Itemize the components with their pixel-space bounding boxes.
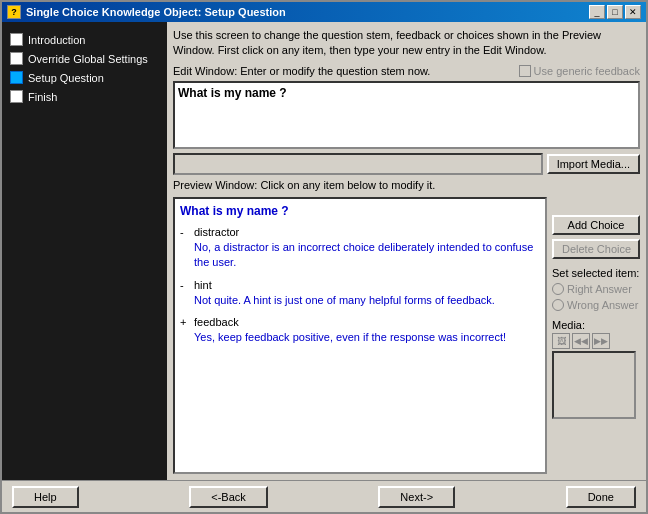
- sidebar-item-setup[interactable]: Setup Question: [7, 68, 162, 87]
- distractor-type[interactable]: distractor: [194, 226, 239, 238]
- media-prev-icon[interactable]: ◀◀: [572, 333, 590, 349]
- hint-sign: -: [180, 279, 190, 291]
- sidebar-item-finish-label: Finish: [28, 91, 57, 103]
- feedback-type[interactable]: feedback: [194, 316, 239, 328]
- title-bar: ? Single Choice Knowledge Object: Setup …: [2, 2, 646, 22]
- preview-list: What is my name ? - distractor No, a dis…: [173, 197, 547, 474]
- item-header-hint: - hint: [180, 279, 540, 291]
- right-answer-option[interactable]: Right Answer: [552, 283, 640, 295]
- edit-window-header: Edit Window: Enter or modify the questio…: [173, 65, 640, 77]
- window-title: Single Choice Knowledge Object: Setup Qu…: [26, 6, 286, 18]
- wrong-answer-radio[interactable]: [552, 299, 564, 311]
- right-answer-label: Right Answer: [567, 283, 632, 295]
- intro-checkbox: [10, 33, 23, 46]
- hint-type[interactable]: hint: [194, 279, 212, 291]
- wrong-answer-label: Wrong Answer: [567, 299, 638, 311]
- media-icons-row: 🖼 ◀◀ ▶▶: [552, 333, 640, 349]
- preview-label: Preview Window: Click on any item below …: [173, 179, 640, 191]
- list-item: - hint Not quite. A hint is just one of …: [180, 279, 540, 308]
- media-next-icon[interactable]: ▶▶: [592, 333, 610, 349]
- feedback-sign: +: [180, 316, 190, 328]
- import-media-button[interactable]: Import Media...: [547, 154, 640, 174]
- right-answer-radio[interactable]: [552, 283, 564, 295]
- window-icon: ?: [7, 5, 21, 19]
- sidebar-item-introduction[interactable]: Introduction: [7, 30, 162, 49]
- close-button[interactable]: ✕: [625, 5, 641, 19]
- media-preview-box: [552, 351, 636, 419]
- import-row: Import Media...: [173, 153, 640, 175]
- use-generic-feedback-label: Use generic feedback: [534, 65, 640, 77]
- use-generic-feedback-checkbox[interactable]: [519, 65, 531, 77]
- preview-row: What is my name ? - distractor No, a dis…: [173, 197, 640, 474]
- delete-choice-button[interactable]: Delete Choice: [552, 239, 640, 259]
- list-item: + feedback Yes, keep feedback positive, …: [180, 316, 540, 345]
- media-section: Media: 🖼 ◀◀ ▶▶: [552, 319, 640, 419]
- add-choice-button[interactable]: Add Choice: [552, 215, 640, 235]
- distractor-detail[interactable]: No, a distractor is an incorrect choice …: [194, 240, 540, 271]
- help-button[interactable]: Help: [12, 486, 79, 508]
- footer: Help <-Back Next-> Done: [2, 480, 646, 512]
- right-panel: Use this screen to change the question s…: [167, 22, 646, 480]
- edit-window-label: Edit Window: Enter or modify the questio…: [173, 65, 430, 77]
- setup-checkbox: [10, 71, 23, 84]
- minimize-button[interactable]: _: [589, 5, 605, 19]
- wrong-answer-option[interactable]: Wrong Answer: [552, 299, 640, 311]
- title-buttons: _ □ ✕: [589, 5, 641, 19]
- use-generic-feedback-container: Use generic feedback: [519, 65, 640, 77]
- hint-detail[interactable]: Not quite. A hint is just one of many he…: [194, 293, 540, 308]
- edit-textarea[interactable]: [173, 81, 640, 149]
- sidebar-item-finish[interactable]: Finish: [7, 87, 162, 106]
- media-image-icon[interactable]: 🖼: [552, 333, 570, 349]
- item-header-feedback: + feedback: [180, 316, 540, 328]
- sidebar-item-override-label: Override Global Settings: [28, 53, 148, 65]
- finish-checkbox: [10, 90, 23, 103]
- sidebar-item-override[interactable]: Override Global Settings: [7, 49, 162, 68]
- sidebar-item-introduction-label: Introduction: [28, 34, 85, 46]
- distractor-sign: -: [180, 226, 190, 238]
- back-button[interactable]: <-Back: [189, 486, 268, 508]
- sidebar: Introduction Override Global Settings Se…: [2, 22, 167, 480]
- right-buttons: Add Choice Delete Choice Set selected it…: [552, 197, 640, 474]
- override-checkbox: [10, 52, 23, 65]
- feedback-detail[interactable]: Yes, keep feedback positive, even if the…: [194, 330, 540, 345]
- done-button[interactable]: Done: [566, 486, 636, 508]
- import-input[interactable]: [173, 153, 543, 175]
- preview-question[interactable]: What is my name ?: [180, 204, 540, 218]
- preview-panel: What is my name ? - distractor No, a dis…: [173, 197, 547, 474]
- item-header-distractor: - distractor: [180, 226, 540, 238]
- maximize-button[interactable]: □: [607, 5, 623, 19]
- media-label: Media:: [552, 319, 585, 331]
- list-item: - distractor No, a distractor is an inco…: [180, 226, 540, 271]
- set-selected-label: Set selected item:: [552, 267, 640, 279]
- sidebar-item-setup-label: Setup Question: [28, 72, 104, 84]
- main-window: ? Single Choice Knowledge Object: Setup …: [0, 0, 648, 514]
- main-content: Introduction Override Global Settings Se…: [2, 22, 646, 480]
- next-button[interactable]: Next->: [378, 486, 455, 508]
- instructions: Use this screen to change the question s…: [173, 28, 640, 59]
- title-bar-left: ? Single Choice Knowledge Object: Setup …: [7, 5, 286, 19]
